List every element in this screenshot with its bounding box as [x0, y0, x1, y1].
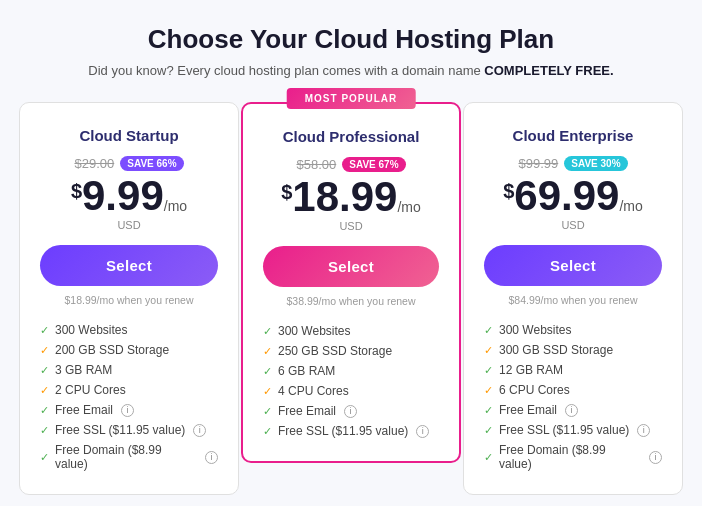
popular-badge: MOST POPULAR [287, 88, 416, 109]
per-month: /mo [164, 199, 187, 213]
feature-text: Free Email [55, 403, 113, 417]
check-icon: ✓ [40, 451, 49, 464]
info-icon[interactable]: i [637, 424, 650, 437]
save-badge: SAVE 67% [342, 157, 405, 172]
feature-text: Free SSL ($11.95 value) [278, 424, 408, 438]
check-icon: ✓ [40, 324, 49, 337]
renew-price: $38.99/mo when you renew [263, 295, 439, 307]
price-number: 18.99 [292, 176, 397, 218]
features-list: ✓300 Websites✓300 GB SSD Storage✓12 GB R… [484, 320, 662, 474]
feature-item: ✓250 GB SSD Storage [263, 341, 439, 361]
original-price: $29.00 [74, 156, 114, 171]
plan-card-startup: Cloud Startup$29.00SAVE 66%$9.99/moUSDSe… [19, 102, 239, 495]
check-icon: ✓ [484, 344, 493, 357]
select-button-professional[interactable]: Select [263, 246, 439, 287]
plan-name: Cloud Professional [263, 128, 439, 145]
feature-text: Free Email [499, 403, 557, 417]
per-month: /mo [397, 200, 420, 214]
price-area: $99.99SAVE 30%$69.99/moUSD [484, 156, 662, 231]
feature-text: Free Domain ($8.99 value) [55, 443, 197, 471]
feature-text: 6 GB RAM [278, 364, 335, 378]
check-icon: ✓ [40, 364, 49, 377]
check-icon: ✓ [263, 385, 272, 398]
feature-item: ✓Free Domain ($8.99 value)i [484, 440, 662, 474]
feature-text: 12 GB RAM [499, 363, 563, 377]
check-icon: ✓ [484, 364, 493, 377]
price-area: $29.00SAVE 66%$9.99/moUSD [40, 156, 218, 231]
original-price-row: $58.00SAVE 67% [263, 157, 439, 172]
feature-item: ✓2 CPU Cores [40, 380, 218, 400]
feature-text: 300 Websites [55, 323, 128, 337]
feature-item: ✓12 GB RAM [484, 360, 662, 380]
feature-item: ✓Free Emaili [263, 401, 439, 421]
original-price-row: $29.00SAVE 66% [40, 156, 218, 171]
feature-item: ✓6 GB RAM [263, 361, 439, 381]
check-icon: ✓ [40, 404, 49, 417]
info-icon[interactable]: i [565, 404, 578, 417]
info-icon[interactable]: i [121, 404, 134, 417]
main-price: $18.99/mo [263, 176, 439, 218]
original-price: $58.00 [296, 157, 336, 172]
check-icon: ✓ [263, 325, 272, 338]
renew-price: $18.99/mo when you renew [40, 294, 218, 306]
plan-card-professional: MOST POPULARCloud Professional$58.00SAVE… [241, 102, 461, 463]
save-badge: SAVE 66% [120, 156, 183, 171]
feature-item: ✓300 Websites [263, 321, 439, 341]
check-icon: ✓ [40, 344, 49, 357]
check-icon: ✓ [484, 324, 493, 337]
info-icon[interactable]: i [416, 425, 429, 438]
check-icon: ✓ [484, 451, 493, 464]
feature-text: 2 CPU Cores [55, 383, 126, 397]
info-icon[interactable]: i [193, 424, 206, 437]
feature-item: ✓300 GB SSD Storage [484, 340, 662, 360]
price-currency: USD [484, 219, 662, 231]
check-icon: ✓ [484, 384, 493, 397]
check-icon: ✓ [40, 424, 49, 437]
main-price: $9.99/mo [40, 175, 218, 217]
currency-symbol: $ [503, 181, 514, 201]
plans-container: Cloud Startup$29.00SAVE 66%$9.99/moUSDSe… [16, 102, 686, 495]
feature-item: ✓Free Domain ($8.99 value)i [40, 440, 218, 474]
main-price: $69.99/mo [484, 175, 662, 217]
check-icon: ✓ [263, 345, 272, 358]
check-icon: ✓ [263, 365, 272, 378]
features-list: ✓300 Websites✓250 GB SSD Storage✓6 GB RA… [263, 321, 439, 441]
info-icon[interactable]: i [649, 451, 662, 464]
feature-text: 300 GB SSD Storage [499, 343, 613, 357]
price-number: 69.99 [514, 175, 619, 217]
feature-text: 6 CPU Cores [499, 383, 570, 397]
feature-item: ✓300 Websites [484, 320, 662, 340]
price-currency: USD [40, 219, 218, 231]
plan-name: Cloud Enterprise [484, 127, 662, 144]
feature-item: ✓Free Emaili [484, 400, 662, 420]
info-icon[interactable]: i [205, 451, 218, 464]
feature-item: ✓3 GB RAM [40, 360, 218, 380]
feature-text: 300 Websites [278, 324, 351, 338]
check-icon: ✓ [40, 384, 49, 397]
feature-text: Free SSL ($11.95 value) [499, 423, 629, 437]
page-subtitle: Did you know? Every cloud hosting plan c… [16, 63, 686, 78]
original-price: $99.99 [518, 156, 558, 171]
feature-text: Free Domain ($8.99 value) [499, 443, 641, 471]
feature-item: ✓6 CPU Cores [484, 380, 662, 400]
feature-item: ✓Free SSL ($11.95 value)i [263, 421, 439, 441]
check-icon: ✓ [263, 425, 272, 438]
feature-item: ✓200 GB SSD Storage [40, 340, 218, 360]
feature-item: ✓Free SSL ($11.95 value)i [40, 420, 218, 440]
feature-item: ✓Free SSL ($11.95 value)i [484, 420, 662, 440]
feature-text: 4 CPU Cores [278, 384, 349, 398]
feature-text: 200 GB SSD Storage [55, 343, 169, 357]
check-icon: ✓ [263, 405, 272, 418]
feature-item: ✓4 CPU Cores [263, 381, 439, 401]
check-icon: ✓ [484, 404, 493, 417]
select-button-enterprise[interactable]: Select [484, 245, 662, 286]
renew-price: $84.99/mo when you renew [484, 294, 662, 306]
select-button-startup[interactable]: Select [40, 245, 218, 286]
plan-card-enterprise: Cloud Enterprise$99.99SAVE 30%$69.99/moU… [463, 102, 683, 495]
original-price-row: $99.99SAVE 30% [484, 156, 662, 171]
currency-symbol: $ [281, 182, 292, 202]
save-badge: SAVE 30% [564, 156, 627, 171]
info-icon[interactable]: i [344, 405, 357, 418]
price-area: $58.00SAVE 67%$18.99/moUSD [263, 157, 439, 232]
feature-item: ✓Free Emaili [40, 400, 218, 420]
